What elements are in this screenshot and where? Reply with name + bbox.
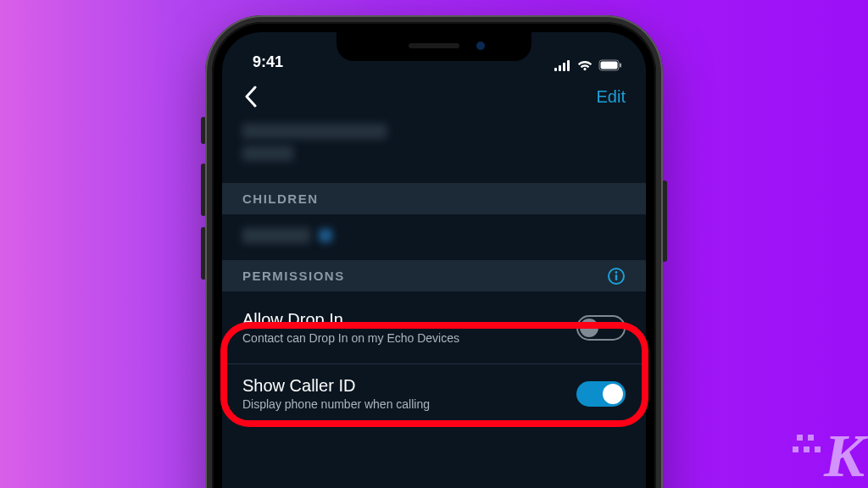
- setting-title: Show Caller ID: [242, 376, 430, 396]
- content: CHILDREN PERMISSIONS Allow Drop In Conta…: [222, 124, 646, 423]
- setting-subtitle: Display phone number when calling: [242, 397, 430, 411]
- setting-show-caller-id: Show Caller ID Display phone number when…: [222, 364, 646, 423]
- watermark: K: [824, 425, 863, 486]
- svg-rect-2: [563, 63, 565, 71]
- watermark-dots: [793, 446, 821, 452]
- watermark-dots: [797, 435, 814, 441]
- screen: 9:41 Edit: [222, 32, 646, 488]
- notch: [337, 32, 531, 61]
- section-header-label: PERMISSIONS: [242, 269, 345, 283]
- back-button[interactable]: [239, 85, 263, 108]
- nav-bar: Edit: [222, 73, 646, 124]
- allow-drop-in-toggle[interactable]: [576, 315, 626, 341]
- status-time: 9:41: [253, 53, 283, 71]
- edit-button[interactable]: Edit: [597, 87, 626, 107]
- section-header-permissions: PERMISSIONS: [222, 260, 646, 291]
- setting-title: Allow Drop In: [242, 310, 459, 330]
- child-row-redacted[interactable]: [222, 214, 646, 260]
- info-icon[interactable]: [607, 267, 626, 286]
- cellular-signal-icon: [554, 59, 571, 71]
- section-header-children: CHILDREN: [222, 183, 646, 214]
- phone-frame: 9:41 Edit: [205, 15, 663, 488]
- setting-subtitle: Contact can Drop In on my Echo Devices: [242, 331, 459, 345]
- chevron-left-icon: [244, 86, 258, 108]
- svg-rect-6: [620, 64, 621, 68]
- svg-rect-1: [559, 65, 561, 71]
- contact-name-redacted: [222, 124, 646, 183]
- svg-rect-9: [615, 274, 617, 280]
- svg-rect-5: [601, 62, 618, 69]
- battery-icon: [598, 59, 622, 71]
- setting-allow-drop-in: Allow Drop In Contact can Drop In on my …: [222, 291, 646, 364]
- wifi-icon: [576, 59, 593, 71]
- svg-point-8: [615, 271, 618, 274]
- svg-rect-0: [554, 68, 557, 71]
- svg-rect-3: [567, 60, 570, 71]
- show-caller-id-toggle[interactable]: [576, 381, 626, 407]
